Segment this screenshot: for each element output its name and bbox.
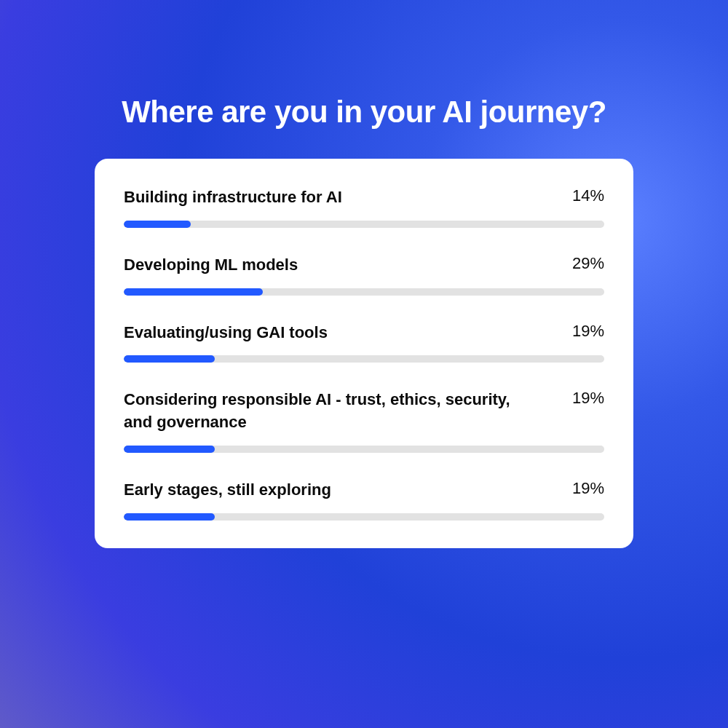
poll-row-header: Building infrastructure for AI 14% (124, 186, 604, 209)
progress-track (124, 446, 604, 453)
poll-option-label: Considering responsible AI - trust, ethi… (124, 389, 517, 434)
progress-track (124, 221, 604, 228)
progress-fill (124, 355, 215, 363)
poll-option-value: 19% (572, 389, 604, 408)
progress-fill (124, 513, 215, 521)
poll-row-header: Early stages, still exploring 19% (124, 479, 604, 502)
poll-option-label: Developing ML models (124, 254, 298, 277)
poll-row-header: Considering responsible AI - trust, ethi… (124, 389, 604, 434)
poll-option-label: Evaluating/using GAI tools (124, 322, 328, 344)
progress-fill (124, 288, 263, 296)
poll-option-value: 14% (572, 186, 604, 205)
poll-option-value: 19% (572, 479, 604, 498)
poll-card: Building infrastructure for AI 14% Devel… (95, 159, 633, 548)
poll-row: Developing ML models 29% (124, 254, 604, 296)
progress-fill (124, 446, 215, 453)
poll-option-value: 29% (572, 254, 604, 273)
poll-row: Evaluating/using GAI tools 19% (124, 322, 604, 363)
progress-fill (124, 221, 191, 228)
poll-option-label: Early stages, still exploring (124, 479, 331, 502)
poll-container: Where are you in your AI journey? Buildi… (0, 0, 728, 728)
poll-row: Building infrastructure for AI 14% (124, 186, 604, 228)
poll-row-header: Evaluating/using GAI tools 19% (124, 322, 604, 344)
poll-title: Where are you in your AI journey? (122, 95, 606, 130)
poll-row: Early stages, still exploring 19% (124, 479, 604, 521)
progress-track (124, 288, 604, 296)
progress-track (124, 355, 604, 363)
poll-option-label: Building infrastructure for AI (124, 186, 342, 209)
progress-track (124, 513, 604, 521)
poll-row-header: Developing ML models 29% (124, 254, 604, 277)
poll-option-value: 19% (572, 322, 604, 341)
poll-row: Considering responsible AI - trust, ethi… (124, 389, 604, 453)
